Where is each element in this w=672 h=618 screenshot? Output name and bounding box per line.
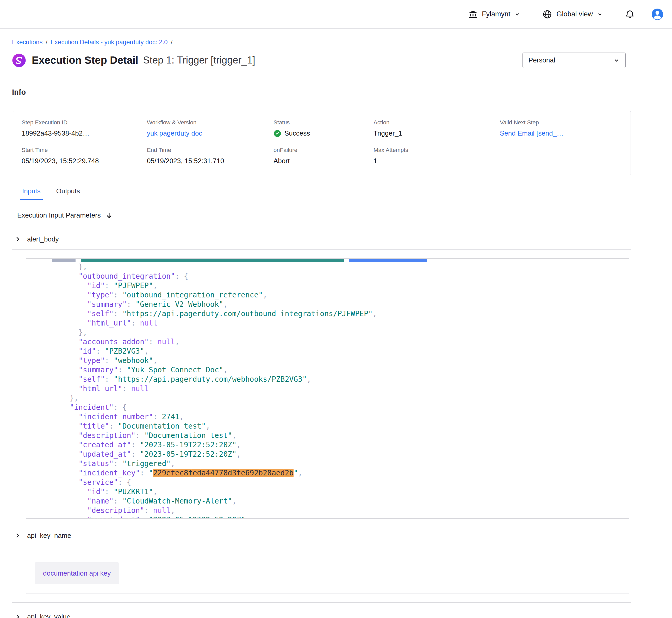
field-label: onFailure [273,147,373,153]
code-line: "id": "PZB2VG3", [52,346,623,356]
info-panel: Step Execution ID 18992a43-9538-4b2… Wor… [13,111,631,175]
alert-body-code-viewer[interactable]: }, "outbound_integration": { "id": "PJFW… [26,259,629,519]
code-line: }, [52,328,623,337]
chevron-right-icon[interactable] [15,236,21,242]
user-avatar-icon[interactable] [651,8,664,20]
workflow-logo-icon [12,54,26,68]
field-start-time: Start Time 05/19/2023, 15:52:29.748 [22,147,147,165]
status-text: Success [284,129,310,137]
code-line-partial [52,259,623,262]
code-line: "html_url": null [52,384,623,393]
code-line: "incident": { [52,403,623,412]
highlighted-incident-key: 229efec8feda44778d3fe692b28aed2b [153,469,293,477]
org-switcher[interactable]: Fylamynt [468,10,520,19]
top-bar: Fylamynt Global view [0,0,672,29]
code-line: "self": "https://api.pagerduty.com/webho… [52,375,623,384]
field-valid-next-step: Valid Next Step Send Email [send_… [500,119,623,137]
next-step-link[interactable]: Send Email [send_… [500,129,563,137]
field-value: 05/19/2023, 15:52:29.748 [22,157,147,165]
chevron-right-icon[interactable] [15,532,21,539]
code-line: "self": "https://api.pagerduty.com/outbo… [52,309,623,318]
code-line: "description": "Documentation test", [52,431,623,440]
code-line: "type": "outbound_integration_reference"… [52,290,623,300]
field-value: 1 [373,157,500,165]
code-line: }, [52,393,623,403]
code-line: "status": "triggered", [52,459,623,469]
param-row-api-key-name[interactable]: api_key_name [12,527,631,544]
code-line: "type": "webhook", [52,356,623,365]
param-row-label: alert_body [27,235,59,243]
code-line: "outbound_integration": { [52,272,623,281]
breadcrumb-separator: / [171,38,173,46]
code-line: "updated_at": "2023-05-19T22:52:20Z", [52,450,623,459]
code-line: "summary": "Yuk Spot Connect Doc", [52,365,623,375]
tab-outputs[interactable]: Outputs [54,183,82,200]
code-line: "summary": "Generic V2 Webhook", [52,300,623,309]
tab-inputs[interactable]: Inputs [20,183,43,200]
param-row-label: api_key_value [27,613,70,618]
tab-bar: Inputs Outputs [12,183,631,200]
breadcrumb-link-execution-details[interactable]: Execution Details - yuk pagerduty doc: 2… [51,38,168,46]
code-line: "accounts_addon": null, [52,337,623,346]
caret-down-icon [613,57,620,64]
code-line: "id": "PJFWPEP", [52,281,623,290]
topbar-divider [531,8,531,20]
code-line: "created_at": "2023-05-19T22:52:20Z", [52,515,623,519]
field-value: 18992a43-9538-4b2… [22,129,147,137]
param-row-api-key-value[interactable]: api_key_value [12,602,631,618]
breadcrumb-link-executions[interactable]: Executions [12,38,43,46]
main-content: Executions / Execution Details - yuk pag… [0,38,672,618]
globe-icon [542,9,552,19]
success-check-icon [273,129,281,137]
chevron-down-icon [514,11,520,17]
api-key-name-chip[interactable]: documentation api key [35,562,119,584]
code-line: "title": "Documentation test", [52,422,623,431]
page-subtitle: Step 1: Trigger [trigger_1] [143,55,255,66]
param-row-label: api_key_name [27,532,71,540]
code-line: "name": "CloudWatch-Memory-Alert", [52,497,623,506]
arrow-down-icon[interactable] [105,212,113,219]
code-line: "created_at": "2023-05-19T22:52:20Z", [52,440,623,450]
field-label: Max Attempts [373,147,500,153]
field-action: Action Trigger_1 [373,119,500,137]
field-label: Start Time [22,147,147,153]
field-label: Workflow & Version [147,119,273,126]
scope-select-value: Personal [528,56,555,64]
field-value: 05/19/2023, 15:52:31.710 [147,157,273,165]
code-line: "service": { [52,478,623,487]
scope-select[interactable]: Personal [522,53,625,68]
field-label: Action [373,119,500,126]
params-header: Execution Input Parameters [12,202,631,229]
param-row-alert-body[interactable]: alert_body [12,229,631,249]
field-step-execution-id: Step Execution ID 18992a43-9538-4b2… [22,119,147,137]
view-switcher[interactable]: Global view [542,9,603,19]
info-heading: Info [12,88,631,97]
page-title: Execution Step Detail [32,55,138,66]
view-label: Global view [556,10,593,18]
field-workflow-version: Workflow & Version yuk pagerduty doc [147,119,273,137]
field-status: Status Success [273,119,373,137]
code-line: "incident_number": 2741, [52,412,623,422]
field-label: Valid Next Step [500,119,623,126]
code-lines: }, "outbound_integration": { "id": "PJFW… [26,259,629,519]
field-on-failure: onFailure Abort [273,147,373,165]
page-header: Execution Step Detail Step 1: Trigger [t… [12,53,631,68]
notifications-button[interactable] [624,9,635,19]
chevron-down-icon [597,11,603,17]
bank-icon [468,10,478,19]
code-line: "description": null, [52,506,623,515]
params-heading: Execution Input Parameters [17,211,101,219]
org-label: Fylamynt [482,10,510,18]
api-key-name-value-panel: documentation api key [26,553,629,594]
status-badge: Success [273,129,373,137]
field-end-time: End Time 05/19/2023, 15:52:31.710 [147,147,273,165]
workflow-link[interactable]: yuk pagerduty doc [147,129,202,137]
field-label: End Time [147,147,273,153]
field-max-attempts: Max Attempts 1 [373,147,500,165]
breadcrumb: Executions / Execution Details - yuk pag… [12,38,631,46]
code-line: "id": "PUZKRT1", [52,487,623,497]
code-line: "html_url": null [52,318,623,328]
field-label: Step Execution ID [22,119,147,126]
chevron-right-icon[interactable] [15,614,21,618]
code-line: }, [52,262,623,272]
